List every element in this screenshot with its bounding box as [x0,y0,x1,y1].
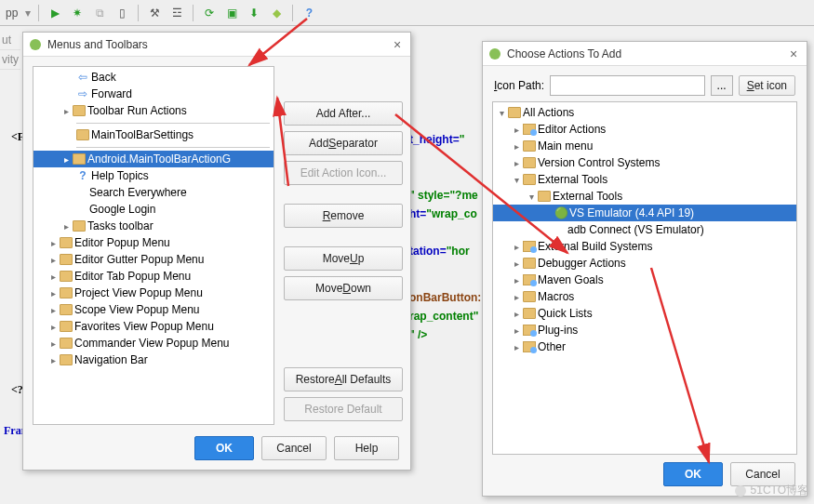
dialog-footer: OK Cancel Help [194,436,399,460]
remove-button[interactable]: Remove [284,204,403,228]
folder-icon [60,271,73,282]
tree-item-editor[interactable]: ▸Editor Actions [493,121,796,138]
expand-icon[interactable]: ▸ [48,255,58,265]
add-separator-button[interactable]: Add Separator [284,131,403,155]
run-icon[interactable]: ▶ [47,5,63,21]
tree-item-plugins[interactable]: ▸Plug-ins [493,322,796,338]
tree-item-cmd-popup[interactable]: ▸Commander View Popup Menu [33,335,274,351]
tree-item-ext2[interactable]: ▾External Tools [493,188,796,205]
folder-icon [523,308,536,319]
folder-icon [523,258,536,269]
tree-item-project-popup[interactable]: ▸Project View Popup Menu [33,285,274,301]
expand-icon[interactable]: ▸ [512,158,521,168]
tree-item-main[interactable]: ▸Main menu [493,138,796,154]
folder-icon [73,220,86,232]
android-icon[interactable]: ◆ [268,5,285,21]
tree-item-all[interactable]: ▾All Actions [493,104,796,121]
sync-icon[interactable]: ⟳ [201,5,218,21]
set-icon-button[interactable]: Set icon [739,75,795,96]
tree-item-ext[interactable]: ▾External Tools [493,171,796,188]
expanded-icon[interactable]: ▾ [497,108,506,118]
expand-icon[interactable]: ▸ [48,355,58,365]
main-toolbar: pp▾ ▶ ✷ ⧉ ▯ ⚒ ☲ ⟳ ▣ ⬇ ◆ ? [0,0,814,26]
separator-item[interactable] [33,143,274,151]
folder-icon [523,241,536,252]
add-after-button[interactable]: Add After... [284,101,403,126]
move-up-button[interactable]: Move Up [284,246,403,271]
debug-icon[interactable]: ✷ [69,5,86,21]
tree-item-tasks[interactable]: ▸Tasks toolbar [33,218,274,234]
tree-item-forward[interactable]: ⇨Forward [33,86,274,102]
expanded-icon[interactable]: ▾ [527,192,536,202]
tree-item-quick[interactable]: ▸Quick Lists [493,305,796,322]
folder-icon [60,287,73,298]
tool1-icon[interactable]: ⚒ [146,5,163,21]
expand-icon[interactable]: ▸ [512,292,521,302]
expand-icon[interactable]: ▸ [48,238,58,248]
icon-path-input[interactable] [550,75,705,96]
actions-tree-panel[interactable]: ▾All Actions ▸Editor Actions ▸Main menu … [492,101,797,455]
expand-icon[interactable]: ▸ [512,242,521,252]
tree-item-macros[interactable]: ▸Macros [493,288,796,305]
tree-item-debug[interactable]: ▸Debugger Actions [493,255,796,272]
coverage-icon[interactable]: ⧉ [91,5,108,21]
help-icon[interactable]: ? [300,5,317,21]
move-down-button[interactable]: Move Down [284,276,403,300]
expand-icon[interactable]: ▸ [512,259,521,269]
tree-item-gutter-popup[interactable]: ▸Editor Gutter Popup Menu [33,251,274,268]
expand-icon[interactable]: ▸ [48,272,58,282]
separator-item[interactable] [33,119,274,126]
expand-icon[interactable]: ▸ [512,125,521,135]
expanded-icon[interactable]: ▾ [512,175,521,185]
restore-all-button[interactable]: Restore All Defaults [284,367,403,391]
expand-icon[interactable]: ▸ [512,275,521,285]
expand-icon[interactable]: ▸ [48,288,58,298]
tree-item-build[interactable]: ▸External Build Systems [493,238,796,255]
forward-arrow-icon: ⇨ [76,87,89,100]
tree-item-help[interactable]: ?Help Topics [33,167,274,184]
tree-item-other[interactable]: ▸Other [493,338,796,355]
close-icon[interactable]: × [786,46,801,61]
tree-item-search[interactable]: Search Everywhere [33,184,274,201]
avd-icon[interactable]: ▣ [223,5,240,21]
tree-item-tab-popup[interactable]: ▸Editor Tab Popup Menu [33,268,274,285]
tree-item-android-selected[interactable]: ▸Android.MainToolBarActionG [33,151,274,167]
device-icon[interactable]: ▯ [113,5,130,21]
tool2-icon[interactable]: ☲ [168,5,185,21]
ok-button[interactable]: OK [194,436,254,460]
help-button[interactable]: Help [334,436,399,460]
ok-button[interactable]: OK [663,462,723,486]
tree-item-google[interactable]: Google Login [33,201,274,218]
cancel-button[interactable]: Cancel [261,436,327,460]
expand-icon[interactable]: ▸ [61,106,71,116]
app-dropdown[interactable]: pp [4,7,20,20]
tree-panel[interactable]: ⇦Back ⇨Forward ▸Toolbar Run Actions Main… [33,66,274,425]
tree-item-fav-popup[interactable]: ▸Favorites View Popup Menu [33,318,274,335]
tree-item-maven[interactable]: ▸Maven Goals [493,272,796,288]
browse-button[interactable]: ... [711,75,733,96]
tree-item-navbar[interactable]: ▸Navigation Bar [33,351,274,368]
expand-icon[interactable]: ▸ [61,154,71,165]
expand-icon[interactable]: ▸ [512,141,521,152]
expand-icon[interactable]: ▸ [61,221,71,232]
tree-item-adb[interactable]: adb Connect (VS Emulator) [493,221,796,238]
expand-icon[interactable]: ▸ [48,338,58,349]
button-column: Add After... Add Separator Edit Action I… [284,101,403,421]
tree-item-settings[interactable]: MainToolBarSettings [33,126,274,143]
tree-item-run-actions[interactable]: ▸Toolbar Run Actions [33,102,274,119]
svg-point-1 [489,48,500,60]
close-icon[interactable]: × [390,37,405,52]
expand-icon[interactable]: ▸ [512,325,521,336]
left-gutter: ut vity [0,31,20,70]
expand-icon[interactable]: ▸ [512,309,521,319]
expand-icon[interactable]: ▸ [48,305,58,315]
tree-item-scope-popup[interactable]: ▸Scope View Popup Menu [33,301,274,318]
expand-icon[interactable]: ▸ [48,322,58,332]
tree-item-vs-emulator-selected[interactable]: 🟢VS Emulator (4.4 API 19) [493,205,796,221]
chevron-down-icon: ▾ [25,7,31,20]
sdk-icon[interactable]: ⬇ [246,5,262,21]
tree-item-editor-popup[interactable]: ▸Editor Popup Menu [33,234,274,251]
tree-item-back[interactable]: ⇦Back [33,69,274,86]
tree-item-vcs[interactable]: ▸Version Control Systems [493,154,796,171]
expand-icon[interactable]: ▸ [512,342,521,352]
